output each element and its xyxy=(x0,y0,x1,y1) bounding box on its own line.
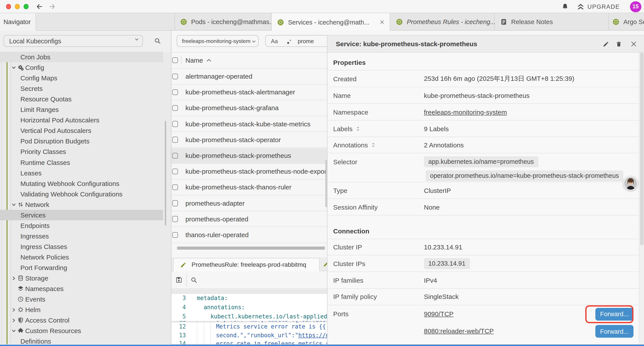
sidebar-item-storage[interactable]: Storage xyxy=(0,273,163,283)
row-checkbox[interactable] xyxy=(172,73,178,79)
header-divider xyxy=(181,56,182,65)
sidebar-item-events[interactable]: Events xyxy=(0,294,163,304)
row-checkbox[interactable] xyxy=(172,105,178,111)
sidebar-item-limit-ranges[interactable]: Limit Ranges xyxy=(0,104,163,115)
port-link[interactable]: 9090/TCP xyxy=(424,310,454,317)
tab-prometheus[interactable]: Prometheus Rules - icecheng... xyxy=(390,13,494,31)
column-header-name[interactable]: Name xyxy=(186,56,203,64)
row-label: Annotations xyxy=(333,141,376,149)
tab-argo[interactable]: Argo Se xyxy=(607,13,644,31)
sidebar-item-network[interactable]: Network xyxy=(0,199,163,210)
sidebar-item-ingresses[interactable]: Ingresses xyxy=(0,231,163,241)
notification-badge[interactable]: 15 xyxy=(630,1,641,12)
row-checkbox[interactable] xyxy=(172,121,178,127)
edit-pencil-icon[interactable] xyxy=(603,41,609,47)
sidebar-item-leases[interactable]: Leases xyxy=(0,168,163,178)
upgrade-label[interactable]: UPGRADE xyxy=(588,3,620,10)
namespace-selector[interactable]: freeleaps-monitoring-system xyxy=(177,35,259,47)
chevron-down-icon xyxy=(12,329,16,334)
chevron-down-icon xyxy=(12,202,16,207)
sidebar-item-ingress-classes[interactable]: Ingress Classes xyxy=(0,241,163,252)
sidebar-item-namespaces[interactable]: Namespaces xyxy=(0,283,163,294)
back-icon[interactable] xyxy=(36,3,43,10)
tab-close-icon[interactable] xyxy=(380,20,384,24)
service-name: alertmanager-operated xyxy=(186,72,252,80)
row-checkbox[interactable] xyxy=(172,89,178,95)
row-checkbox[interactable] xyxy=(172,153,178,159)
port-link[interactable]: 8080:reloader-web/TCP xyxy=(424,327,494,335)
row-value-link[interactable]: freeleaps-monitoring-system xyxy=(424,108,507,116)
details-row-cluster-ips: Cluster IPs10.233.14.91 xyxy=(328,256,644,272)
sidebar-scrollbar[interactable] xyxy=(164,121,166,226)
chevron-right-icon xyxy=(12,318,16,323)
window-close-button[interactable] xyxy=(6,4,11,9)
editor-tab-active[interactable]: PrometheusRule: freeleaps-prod-rabbitmq xyxy=(173,258,320,271)
details-scrollbar-track[interactable] xyxy=(639,52,644,346)
tab-pods[interactable]: Pods - icecheng@mathmas... xyxy=(174,13,271,31)
sidebar-search-icon[interactable] xyxy=(154,38,161,44)
sidebar-item-access-control[interactable]: Access Control xyxy=(0,315,163,326)
bell-icon[interactable] xyxy=(562,3,568,10)
service-name: kube-prometheus-stack-grafana xyxy=(186,104,278,112)
row-checkbox[interactable] xyxy=(172,168,178,174)
notes-icon xyxy=(500,18,507,25)
expander-icon[interactable] xyxy=(371,143,376,147)
sidebar-item-cron-jobs[interactable]: Cron Jobs xyxy=(0,52,163,62)
expander-icon[interactable] xyxy=(356,126,360,131)
window-titlebar: UPGRADE 15 xyxy=(0,0,644,13)
kubeconfig-selector[interactable]: Local Kubeconfigs xyxy=(4,35,143,47)
value-chip: app.kubernetes.io/name=prometheus xyxy=(424,157,538,168)
window-zoom-button[interactable] xyxy=(24,4,28,9)
tab-release[interactable]: Release Notes xyxy=(495,13,609,31)
sidebar-item-helm[interactable]: Helm xyxy=(0,304,163,315)
sidebar-item-priority-classes[interactable]: Priority Classes xyxy=(0,146,163,157)
sidebar-item-port-forwarding[interactable]: Port Forwarding xyxy=(0,262,163,273)
tab-label: Services - icecheng@math... xyxy=(288,19,369,26)
close-icon[interactable] xyxy=(630,41,637,47)
sidebar-item-validating-webhook-configurations[interactable]: Validating Webhook Configurations xyxy=(0,189,163,199)
sidebar-item-resource-quotas[interactable]: Resource Quotas xyxy=(0,94,163,104)
table-hscrollbar[interactable] xyxy=(177,246,325,249)
row-checkbox[interactable] xyxy=(172,200,178,206)
match-case-icon: Aa xyxy=(271,38,278,44)
sidebar-item-horizontal-pod-autoscalers[interactable]: Horizontal Pod Autoscalers xyxy=(0,115,163,125)
forward-icon[interactable] xyxy=(49,3,56,10)
row-label: Ports xyxy=(333,310,348,317)
upgrade-icon[interactable] xyxy=(577,3,584,10)
sidebar-item-secrets[interactable]: Secrets xyxy=(0,83,163,94)
delete-trash-icon[interactable] xyxy=(616,41,622,47)
row-checkbox[interactable] xyxy=(172,216,178,222)
forward-button[interactable]: Forward... xyxy=(595,325,634,338)
service-details-panel: Service: kube-prometheus-stack-prometheu… xyxy=(327,35,644,346)
avatar[interactable] xyxy=(624,176,638,191)
tab-services[interactable]: Services - icecheng@math... xyxy=(272,13,390,31)
window-minimize-button[interactable] xyxy=(15,4,20,9)
tab-label: Prometheus Rules - icecheng... xyxy=(407,18,496,25)
regex-icon: * xyxy=(287,38,293,45)
sidebar-item-runtime-classes[interactable]: Runtime Classes xyxy=(0,157,163,168)
save-icon[interactable] xyxy=(175,277,182,284)
sidebar-item-config-maps[interactable]: Config Maps xyxy=(0,73,163,83)
sidebar-item-endpoints[interactable]: Endpoints xyxy=(0,220,163,231)
row-checkbox[interactable] xyxy=(172,137,178,143)
sidebar-item-definitions[interactable]: Definitions xyxy=(0,336,163,345)
sidebar-item-network-policies[interactable]: Network Policies xyxy=(0,252,163,262)
sidebar-item-pod-disruption-budgets[interactable]: Pod Disruption Budgets xyxy=(0,136,163,146)
select-all-checkbox[interactable] xyxy=(172,57,178,63)
sidebar-item-custom-resources[interactable]: Custom Resources xyxy=(0,326,163,336)
details-row-labels: Labels9 Labels xyxy=(328,121,644,137)
sidebar-item-config[interactable]: Config xyxy=(0,62,163,73)
row-checkbox[interactable] xyxy=(172,184,178,190)
puzzle-icon xyxy=(18,328,24,334)
row-value: None xyxy=(424,203,440,211)
sidebar-item-mutating-webhook-configurations[interactable]: Mutating Webhook Configurations xyxy=(0,178,163,189)
editor-search-icon[interactable] xyxy=(191,277,197,283)
sidebar-item-vertical-pod-autoscalers[interactable]: Vertical Pod Autoscalers xyxy=(0,125,163,136)
table-vscrollbar[interactable] xyxy=(325,160,327,207)
edit-pencil-icon xyxy=(180,262,186,268)
sidebar-item-services[interactable]: Services xyxy=(0,210,163,220)
chevron-down-icon xyxy=(252,39,256,44)
row-checkbox[interactable] xyxy=(172,232,178,238)
navigator-tab[interactable]: Navigator xyxy=(0,13,36,31)
details-row-cluster-ip: Cluster IP10.233.14.91 xyxy=(328,239,644,256)
